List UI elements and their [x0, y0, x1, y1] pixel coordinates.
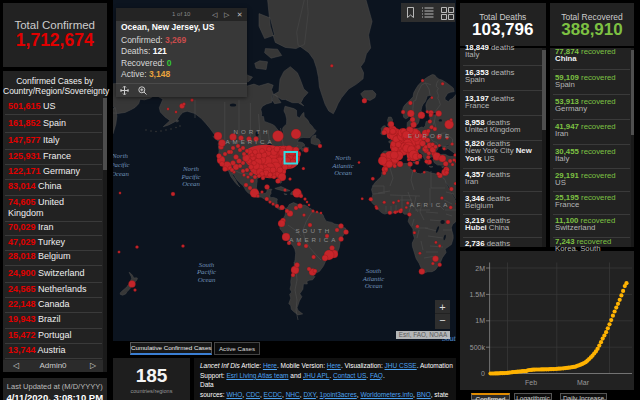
- svg-text:Atlantic: Atlantic: [362, 275, 385, 282]
- svg-text:Mar: Mar: [577, 379, 590, 386]
- svg-text:North: North: [113, 152, 129, 159]
- svg-text:North: North: [334, 154, 351, 161]
- svg-text:SOUTH: SOUTH: [295, 227, 332, 234]
- svg-text:AFRICA: AFRICA: [410, 201, 451, 208]
- svg-text:NORTH: NORTH: [234, 128, 271, 135]
- svg-text:Ocean: Ocean: [198, 276, 216, 283]
- svg-text:Pacific: Pacific: [113, 161, 130, 168]
- svg-text:2M: 2M: [475, 264, 485, 271]
- svg-text:North: North: [182, 165, 199, 172]
- svg-text:AMERICA: AMERICA: [225, 138, 274, 145]
- svg-text:Ocean: Ocean: [182, 180, 200, 187]
- svg-text:Ocean: Ocean: [113, 170, 129, 177]
- svg-text:AMERICA: AMERICA: [289, 236, 338, 243]
- svg-text:EUROPE: EUROPE: [408, 132, 452, 139]
- svg-text:500k: 500k: [470, 343, 486, 350]
- svg-text:Feb: Feb: [525, 379, 537, 386]
- svg-text:1.5M: 1.5M: [469, 290, 485, 297]
- svg-text:Atlantic: Atlantic: [331, 162, 354, 169]
- svg-text:South: South: [199, 261, 215, 268]
- svg-text:1M: 1M: [475, 317, 485, 324]
- svg-text:Ocean: Ocean: [334, 169, 352, 176]
- svg-text:0: 0: [481, 370, 485, 377]
- svg-text:Pacific: Pacific: [180, 173, 200, 180]
- svg-text:Pacific: Pacific: [196, 268, 216, 275]
- svg-text:Ocean: Ocean: [365, 282, 383, 289]
- svg-text:South: South: [366, 267, 382, 274]
